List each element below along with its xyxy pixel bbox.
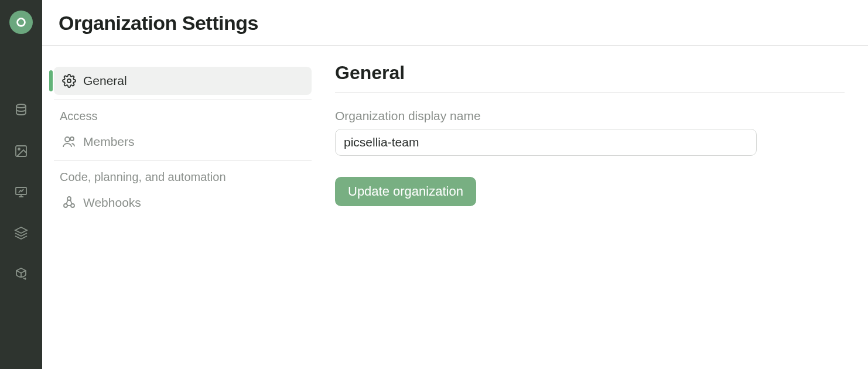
presentation-icon bbox=[14, 185, 28, 199]
settings-group-automation: Code, planning, and automation Webhooks bbox=[54, 161, 312, 221]
settings-item-label: Members bbox=[83, 135, 135, 149]
svg-point-9 bbox=[64, 204, 67, 207]
layers-icon bbox=[14, 226, 28, 240]
gear-icon bbox=[62, 74, 76, 88]
svg-marker-5 bbox=[15, 227, 27, 233]
settings-item-members[interactable]: Members bbox=[54, 128, 312, 156]
svg-point-8 bbox=[70, 137, 74, 141]
org-logo[interactable] bbox=[9, 11, 33, 34]
settings-group-title-automation: Code, planning, and automation bbox=[54, 166, 312, 189]
update-organization-button[interactable]: Update organization bbox=[335, 177, 476, 206]
image-icon bbox=[14, 144, 28, 158]
settings-group-access: Access Members bbox=[54, 100, 312, 161]
page-header: Organization Settings bbox=[42, 0, 868, 46]
nav-layers[interactable] bbox=[13, 225, 29, 241]
settings-group-title-access: Access bbox=[54, 105, 312, 128]
section-title: General bbox=[335, 62, 845, 93]
nav-presentation[interactable] bbox=[13, 184, 29, 200]
page-body: General Access Members bbox=[42, 46, 868, 221]
package-export-icon bbox=[14, 267, 28, 281]
main-area: Organization Settings General A bbox=[42, 0, 868, 369]
app-nav-rail bbox=[0, 0, 42, 369]
settings-group-general: General bbox=[54, 62, 312, 100]
settings-item-label: Webhooks bbox=[83, 196, 141, 210]
nav-database[interactable] bbox=[13, 102, 29, 118]
settings-item-webhooks[interactable]: Webhooks bbox=[54, 189, 312, 217]
svg-point-7 bbox=[65, 137, 70, 142]
webhook-icon bbox=[62, 196, 76, 210]
display-name-input[interactable] bbox=[335, 129, 757, 156]
database-icon bbox=[14, 103, 28, 117]
svg-point-10 bbox=[71, 204, 74, 207]
svg-point-0 bbox=[18, 19, 25, 26]
settings-item-general[interactable]: General bbox=[54, 67, 312, 95]
page-title: Organization Settings bbox=[59, 12, 852, 35]
nav-package[interactable] bbox=[13, 266, 29, 282]
settings-item-label: General bbox=[83, 74, 127, 88]
nav-images[interactable] bbox=[13, 143, 29, 159]
settings-nav: General Access Members bbox=[42, 62, 312, 221]
people-icon bbox=[62, 135, 76, 149]
content-panel: General Organization display name Update… bbox=[335, 62, 868, 221]
org-logo-icon bbox=[15, 16, 28, 29]
svg-point-6 bbox=[67, 79, 71, 83]
svg-point-1 bbox=[16, 104, 26, 108]
svg-point-3 bbox=[18, 148, 20, 150]
display-name-label: Organization display name bbox=[335, 109, 845, 123]
